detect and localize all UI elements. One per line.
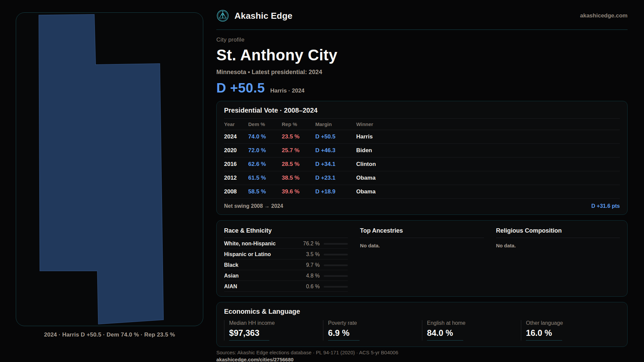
city-boundary-map [16, 12, 203, 326]
race-bar [324, 275, 348, 277]
cell-dem: 61.5 % [248, 175, 282, 181]
race-bar [324, 254, 348, 255]
race-label: White, non-Hispanic [224, 241, 294, 247]
race-title: Race & Ethnicity [224, 227, 348, 238]
list-item: Hispanic or Latino 3.5 % [224, 249, 348, 259]
cell-dem: 62.6 % [248, 161, 282, 168]
brand-domain-link[interactable]: akashicedge.com [580, 12, 628, 19]
list-item: Asian 4.8 % [224, 270, 348, 281]
net-swing-label: Net swing 2008 → 2024 [224, 203, 283, 209]
stat-value: 84.0 % [427, 328, 463, 341]
race-bar [324, 243, 348, 245]
ancestries-empty-state: No data. [360, 243, 484, 248]
cell-year: 2016 [224, 161, 248, 168]
cell-margin: D +18.9 [315, 188, 356, 195]
cell-dem: 72.0 % [248, 147, 282, 154]
footer: Sources: Akashic Edge elections database… [216, 350, 628, 362]
col-rep: Rep % [282, 121, 315, 127]
race-value: 76.2 % [298, 241, 320, 247]
vote-card-title: Presidential Vote · 2008–2024 [224, 107, 620, 114]
race-bar [324, 264, 348, 266]
stat-label: Other language [526, 320, 620, 326]
net-swing-row: Net swing 2008 → 2024 D +31.6 pts [224, 199, 620, 210]
race-label: AIAN [224, 284, 294, 290]
cell-year: 2020 [224, 147, 248, 154]
race-value: 3.5 % [298, 251, 320, 257]
cell-year: 2008 [224, 188, 248, 195]
permalink[interactable]: akashicedge.com/cities/2756680 [216, 357, 293, 362]
col-year: Year [224, 121, 248, 127]
headline-note: Harris · 2024 [270, 87, 305, 94]
race-value: 4.8 % [298, 273, 320, 279]
list-item: Black 9.7 % [224, 259, 348, 270]
race-bar [324, 286, 348, 288]
city-boundary-shape [16, 13, 203, 326]
col-dem: Dem % [248, 121, 282, 127]
brand-name: Akashic Edge [234, 11, 292, 21]
stat-value: $97,363 [229, 328, 269, 341]
cell-winner: Biden [356, 147, 620, 154]
cell-rep: 38.5 % [282, 175, 315, 181]
stat-value: 16.0 % [526, 328, 562, 341]
race-label: Hispanic or Latino [224, 251, 294, 257]
vote-table-header: Year Dem % Rep % Margin Winner [224, 118, 620, 130]
profile-content: Akashic Edge akashicedge.com City profil… [216, 0, 628, 362]
page-title: St. Anthony City [216, 46, 628, 64]
net-swing-value: D +31.6 pts [591, 203, 620, 209]
brand: Akashic Edge [216, 9, 292, 22]
cell-margin: D +23.1 [315, 175, 356, 181]
header: Akashic Edge akashicedge.com [216, 0, 628, 30]
economics-stats: Median HH income $97,363 Poverty rate 6.… [224, 320, 620, 341]
religious-composition-section: Religious Composition No data. [496, 227, 620, 292]
cell-rep: 28.5 % [282, 161, 315, 168]
table-row: 2012 61.5 % 38.5 % D +23.1 Obama [224, 171, 620, 185]
race-label: Asian [224, 273, 294, 279]
cell-rep: 25.7 % [282, 147, 315, 154]
sources-line: Sources: Akashic Edge elections database… [216, 350, 628, 355]
economics-card: Economics & Language Median HH income $9… [216, 302, 628, 347]
stat-median-hh-income: Median HH income $97,363 [224, 320, 323, 341]
list-item: White, non-Hispanic 76.2 % [224, 238, 348, 249]
stat-label: Poverty rate [328, 320, 422, 326]
religion-title: Religious Composition [496, 227, 620, 238]
cell-dem: 58.5 % [248, 188, 282, 195]
presidential-vote-card: Presidential Vote · 2008–2024 Year Dem %… [216, 101, 628, 215]
map-sidebar: 2024 · Harris D +50.5 · Dem 74.0 % · Rep… [16, 12, 203, 338]
cell-dem: 74.0 % [248, 133, 282, 140]
cell-winner: Obama [356, 188, 620, 195]
stat-other-language: Other language 16.0 % [521, 320, 620, 341]
cell-rep: 39.6 % [282, 188, 315, 195]
table-row: 2016 62.6 % 28.5 % D +34.1 Clinton [224, 158, 620, 171]
list-item: AIAN 0.6 % [224, 281, 348, 292]
stat-poverty-rate: Poverty rate 6.9 % [323, 320, 422, 341]
demographics-card: Race & Ethnicity White, non-Hispanic 76.… [216, 220, 628, 297]
col-margin: Margin [315, 121, 356, 127]
akashic-edge-logo-icon [216, 9, 229, 22]
cell-winner: Harris [356, 133, 620, 140]
stat-value: 6.9 % [328, 328, 360, 341]
race-value: 9.7 % [298, 262, 320, 268]
kicker: City profile [216, 37, 628, 43]
race-value: 0.6 % [298, 284, 320, 290]
page-subtitle: Minnesota • Latest presidential: 2024 [216, 69, 628, 76]
map-caption: 2024 · Harris D +50.5 · Dem 74.0 % · Rep… [16, 331, 203, 338]
stat-label: Median HH income [229, 320, 323, 326]
ancestries-title: Top Ancestries [360, 227, 484, 238]
cell-year: 2024 [224, 133, 248, 140]
cell-year: 2012 [224, 175, 248, 181]
cell-margin: D +50.5 [315, 133, 356, 140]
city-polygon [39, 14, 164, 324]
cell-winner: Obama [356, 175, 620, 181]
cell-rep: 23.5 % [282, 133, 315, 140]
cell-margin: D +34.1 [315, 161, 356, 168]
cell-margin: D +46.3 [315, 147, 356, 154]
col-winner: Winner [356, 121, 620, 127]
headline-margin: D +50.5 [216, 80, 265, 96]
cell-winner: Clinton [356, 161, 620, 168]
race-ethnicity-section: Race & Ethnicity White, non-Hispanic 76.… [224, 227, 348, 292]
top-ancestries-section: Top Ancestries No data. [360, 227, 484, 292]
headline-margin-block: D +50.5 Harris · 2024 [216, 80, 628, 96]
table-row: 2008 58.5 % 39.6 % D +18.9 Obama [224, 185, 620, 199]
religion-empty-state: No data. [496, 243, 620, 248]
stat-english-at-home: English at home 84.0 % [422, 320, 521, 341]
